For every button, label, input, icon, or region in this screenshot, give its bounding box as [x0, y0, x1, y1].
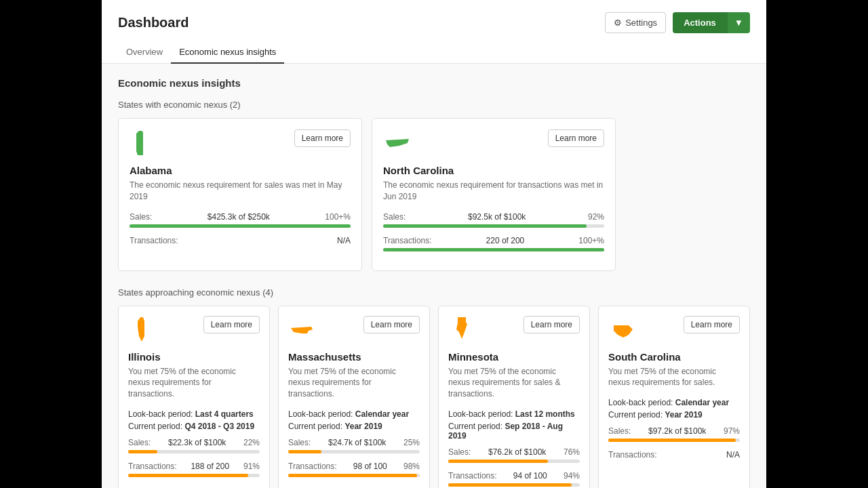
sales-progress-fill-mn: [448, 460, 548, 463]
state-icon-alabama: [130, 129, 158, 158]
transactions-value-ma: 98 of 100: [353, 462, 387, 471]
transactions-percent-ma: 98%: [403, 462, 420, 471]
sales-row-alabama: Sales: $425.3k of $250k 100+%: [130, 212, 351, 222]
sales-label-alabama: Sales:: [130, 212, 152, 222]
transactions-progress-fill-mn: [448, 483, 572, 487]
lookback-massachusetts: Look-back period: Calendar year: [288, 409, 420, 419]
sales-label-sc: Sales:: [608, 426, 631, 436]
transactions-value-sc: N/A: [726, 450, 740, 460]
state-desc-minnesota: You met 75% of the economic nexus requir…: [448, 366, 580, 400]
settings-button[interactable]: ⚙ Settings: [605, 12, 666, 33]
sales-progress-bg-alabama: [130, 224, 351, 228]
sales-label-ma: Sales:: [288, 438, 311, 447]
tab-economic-nexus[interactable]: Economic nexus insights: [171, 41, 284, 64]
transactions-percent-mn: 94%: [564, 471, 580, 481]
state-desc-illinois: You met 75% of the economic nexus requir…: [128, 366, 260, 400]
sales-percent-il: 22%: [243, 438, 260, 447]
page-title: Dashboard: [118, 15, 189, 30]
card-header-il: Learn more: [128, 316, 260, 344]
transactions-progress-fill-ma: [288, 474, 417, 477]
sales-label-mn: Sales:: [448, 447, 471, 457]
svg-marker-3: [291, 327, 313, 333]
main-content: Economic nexus insights States with econ…: [102, 64, 766, 488]
svg-marker-0: [136, 131, 143, 155]
sales-row-minnesota: Sales: $76.2k of $100k 76%: [448, 447, 580, 457]
approaching-states-row: Learn more Illinois You met 75% of the e…: [118, 306, 750, 488]
state-card-alabama: Learn more Alabama The economic nexus re…: [118, 118, 362, 271]
state-icon-mn: [448, 316, 477, 344]
header-actions: ⚙ Settings Actions ▼: [605, 12, 750, 33]
transactions-label-alabama: Transactions:: [130, 236, 178, 245]
transactions-row-sc: Transactions: N/A: [608, 450, 740, 460]
met-states-row: Learn more Alabama The economic nexus re…: [118, 118, 750, 271]
svg-marker-4: [456, 317, 467, 339]
state-icon-ma: [288, 316, 317, 344]
svg-marker-1: [386, 139, 409, 147]
met-section-title: States with economic nexus (2): [118, 100, 750, 110]
transactions-progress-fill-il: [128, 474, 248, 477]
sales-value-sc: $97.2k of $100k: [648, 426, 706, 436]
transactions-row-alabama: Transactions: N/A: [130, 236, 351, 245]
sales-row-nc: Sales: $92.5k of $100k 92%: [383, 212, 604, 222]
transactions-row-illinois: Transactions: 188 of 200 91%: [128, 462, 260, 471]
sales-progress-bg-il: [128, 450, 260, 453]
transactions-progress-bg-mn: [448, 483, 580, 487]
card-header-ma: Learn more: [288, 316, 420, 344]
header: Dashboard ⚙ Settings Actions ▼ Overview: [102, 0, 766, 64]
sales-label-il: Sales:: [128, 438, 151, 447]
actions-caret-button[interactable]: ▼: [727, 12, 750, 33]
tab-overview[interactable]: Overview: [118, 41, 171, 64]
card-header-al: Learn more: [130, 129, 351, 158]
period-massachusetts: Current period: Year 2019: [288, 422, 420, 431]
state-desc-massachusetts: You met 75% of the economic nexus requir…: [288, 366, 420, 400]
transactions-value-alabama: N/A: [337, 236, 351, 245]
header-top: Dashboard ⚙ Settings Actions ▼: [118, 12, 750, 33]
gear-icon: ⚙: [614, 18, 622, 28]
state-card-illinois: Learn more Illinois You met 75% of the e…: [118, 306, 270, 488]
state-name-illinois: Illinois: [128, 351, 260, 363]
transactions-label-mn: Transactions:: [448, 471, 497, 481]
state-card-minnesota: Learn more Minnesota You met 75% of the …: [438, 306, 590, 488]
app-window: Dashboard ⚙ Settings Actions ▼ Overview: [102, 0, 766, 488]
card-header-nc: Learn more: [383, 129, 604, 158]
sales-row-sc: Sales: $97.2k of $100k 97%: [608, 426, 740, 436]
state-desc-alabama: The economic nexus requirement for sales…: [130, 180, 351, 203]
transactions-label-ma: Transactions:: [288, 462, 337, 471]
learn-more-illinois[interactable]: Learn more: [203, 316, 260, 333]
sales-value-alabama: $425.3k of $250k: [208, 212, 270, 222]
learn-more-sc[interactable]: Learn more: [684, 316, 740, 333]
chevron-down-icon: ▼: [734, 18, 743, 28]
sales-row-massachusetts: Sales: $24.7k of $100k 25%: [288, 438, 420, 447]
sales-progress-bg-sc: [608, 439, 740, 442]
section-title: Economic nexus insights: [118, 77, 750, 89]
lookback-illinois: Look-back period: Last 4 quarters: [128, 409, 260, 419]
actions-main-button[interactable]: Actions: [673, 12, 727, 33]
transactions-percent-il: 91%: [243, 462, 260, 471]
sales-label-nc: Sales:: [383, 212, 406, 222]
sales-progress-bg-mn: [448, 460, 580, 463]
sales-value-il: $22.3k of $100k: [168, 438, 226, 447]
learn-more-minnesota[interactable]: Learn more: [524, 316, 580, 333]
learn-more-alabama[interactable]: Learn more: [294, 129, 351, 147]
card-header-mn: Learn more: [448, 316, 580, 344]
approaching-section-title: States approaching economic nexus (4): [118, 287, 750, 298]
transactions-row-minnesota: Transactions: 94 of 100 94%: [448, 471, 580, 481]
svg-marker-5: [614, 325, 633, 338]
transactions-value-mn: 94 of 100: [513, 471, 547, 481]
svg-marker-2: [138, 317, 144, 342]
transactions-progress-fill-nc: [383, 248, 604, 251]
state-card-sc: Learn more South Carolina You met 75% of…: [598, 306, 750, 488]
transactions-label-il: Transactions:: [128, 462, 177, 471]
transactions-progress-bg-nc: [383, 248, 604, 251]
state-icon-il: [128, 316, 157, 344]
state-icon-sc: [608, 316, 637, 344]
learn-more-nc[interactable]: Learn more: [548, 129, 604, 147]
state-desc-sc: You met 75% of the economic nexus requir…: [608, 366, 740, 389]
settings-label: Settings: [625, 18, 657, 28]
state-icon-nc: [383, 129, 412, 158]
state-name-massachusetts: Massachusetts: [288, 351, 420, 363]
transactions-label-nc: Transactions:: [383, 236, 432, 245]
card-header-sc: Learn more: [608, 316, 740, 344]
learn-more-massachusetts[interactable]: Learn more: [363, 316, 420, 333]
sales-value-ma: $24.7k of $100k: [328, 438, 386, 447]
